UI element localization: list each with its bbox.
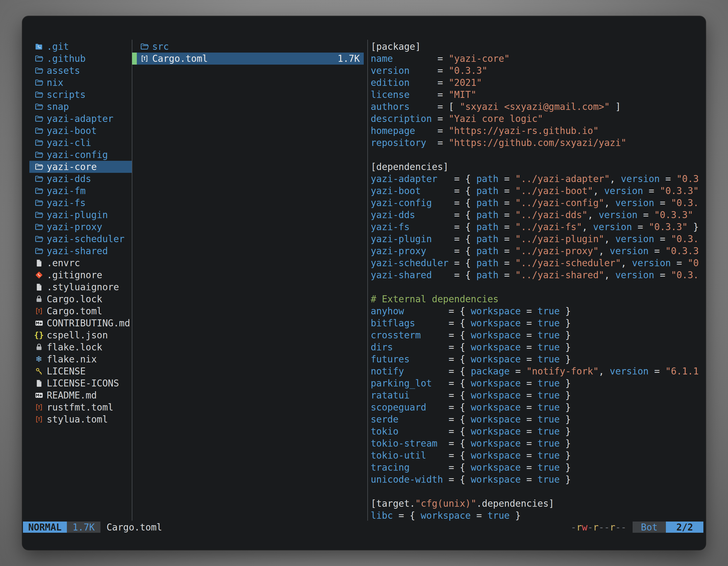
file-row-nix[interactable]: nix [29,77,132,89]
preview-line: notify = { package = "notify-fork", vers… [371,365,703,377]
code-token: path [476,173,499,184]
code-token: version [632,258,671,269]
code-token: true [537,318,560,328]
file-row-.github[interactable]: .github [29,53,132,65]
toml-icon [139,54,149,63]
file-row-scripts[interactable]: scripts [29,89,132,101]
file-row-flake.lock[interactable]: flake.lock [29,341,132,353]
code-token: "notify-fork" [526,366,598,377]
file-row-yazi-plugin[interactable]: yazi-plugin [29,209,132,221]
preview-line: dirs = { workspace = true } [371,341,703,353]
code-token: } [688,222,699,233]
file-row-yazi-shared[interactable]: yazi-shared [29,245,132,257]
file-row-yazi-cli[interactable]: yazi-cli [29,137,132,149]
file-row-Cargo.lock[interactable]: Cargo.lock [29,293,132,305]
file-row-LICENSE-ICONS[interactable]: LICENSE-ICONS [29,377,132,389]
file-row-.envrc[interactable]: .envrc [29,257,132,269]
preview-line: tracing = { workspace = true } [371,461,703,473]
folder-icon [34,78,44,87]
code-token: = { [437,438,471,449]
preview-line: [package] [371,41,703,53]
preview-line: ratatui = { workspace = true } [371,389,703,401]
file-row-.gitignore[interactable]: .gitignore [29,269,132,281]
code-token: "2021" [448,77,482,88]
file-row-yazi-adapter[interactable]: yazi-adapter [29,113,132,125]
file-row-yazi-scheduler[interactable]: yazi-scheduler [29,233,132,245]
folder-icon [34,102,44,111]
file-row-yazi-fs[interactable]: yazi-fs [29,197,132,209]
pane-separator [367,40,368,521]
file-row-stylua.toml[interactable]: stylua.toml [29,413,132,425]
code-token: = [521,342,537,353]
code-token: crossterm [371,330,421,340]
code-token: parking_lot [371,378,432,389]
file-label: yazi-fs [47,198,86,208]
file-row-CONTRIBUTING.md[interactable]: CONTRIBUTING.md [29,317,132,329]
file-row-LICENSE[interactable]: LICENSE [29,365,132,377]
code-token: workspace [421,510,471,521]
code-token: workspace [471,354,521,365]
json-icon: {} [34,331,44,339]
code-token: version [615,270,654,281]
file-label: README.md [47,390,97,401]
code-token: true [537,305,560,316]
folder-icon [34,198,44,208]
code-token: = [471,510,488,521]
file-label: Cargo.toml [152,53,208,64]
file-row-rustfmt.toml[interactable]: rustfmt.toml [29,401,132,413]
code-token: "https://github.com/sxyazi/yazi" [448,137,626,148]
file-row-yazi-fm[interactable]: yazi-fm [29,185,132,197]
preview-line: yazi-dds = { path = "../yazi-dds", versi… [371,209,703,221]
file-row-src[interactable]: src [132,41,364,53]
code-token: workspace [471,342,521,353]
code-token: yazi-scheduler [371,258,448,269]
file-row-yazi-dds[interactable]: yazi-dds [29,173,132,185]
file-label: Cargo.toml [47,305,102,316]
code-token: = [499,270,515,281]
code-token: workspace [471,462,521,473]
code-token: "cfg(unix)" [415,498,476,509]
file-label: src [152,41,169,52]
permission-segment: -- [598,522,610,533]
permission-segment: - [588,522,593,533]
file-row-flake.nix[interactable]: ❄flake.nix [29,353,132,365]
file-row-yazi-config[interactable]: yazi-config [29,149,132,161]
parent-directory-pane: .git .github assets nix scripts snap yaz… [29,41,132,425]
code-token: , [604,234,615,245]
file-row-yazi-boot[interactable]: yazi-boot [29,125,132,137]
markdown-icon [34,318,44,328]
code-token: workspace [471,474,521,485]
lock-icon [34,294,44,304]
code-token: version [610,366,649,377]
preview-line: # External dependencies [371,293,703,305]
file-row-Cargo.toml[interactable]: Cargo.toml1.7K [132,53,364,65]
code-token: version [615,234,654,245]
code-token: bitflags [371,318,415,328]
preview-pane[interactable]: [package]name = "yazi-core"version = "0.… [371,41,703,522]
code-token: = [521,318,537,328]
code-token: true [537,450,560,461]
file-row-yazi-proxy[interactable]: yazi-proxy [29,221,132,233]
file-row-Cargo.toml[interactable]: Cargo.toml [29,305,132,317]
code-token: = { [426,246,476,257]
toml-icon [34,403,44,412]
file-label: flake.lock [47,342,102,353]
preview-line: version = "0.3.3" [371,65,703,77]
file-row-README.md[interactable]: README.md [29,389,132,401]
file-row-.git[interactable]: .git [29,41,132,53]
folder-icon [34,66,44,75]
file-row-cspell.json[interactable]: {}cspell.json [29,329,132,341]
code-token: = { [421,330,471,340]
code-token: "../yazi-adapter" [515,173,610,184]
code-token: , [621,258,632,269]
status-filename: Cargo.toml [107,522,162,533]
code-token: } [560,390,571,401]
file-row-snap[interactable]: snap [29,101,132,113]
file-row-yazi-core[interactable]: yazi-core [29,161,132,173]
file-row-assets[interactable]: assets [29,65,132,77]
code-token: "6.1.1 [665,366,699,377]
code-token: yazi-adapter [371,173,437,184]
file-row-.styluaignore[interactable]: .styluaignore [29,281,132,293]
code-token: "0.3.3" [448,65,487,76]
code-token: workspace [471,414,521,425]
